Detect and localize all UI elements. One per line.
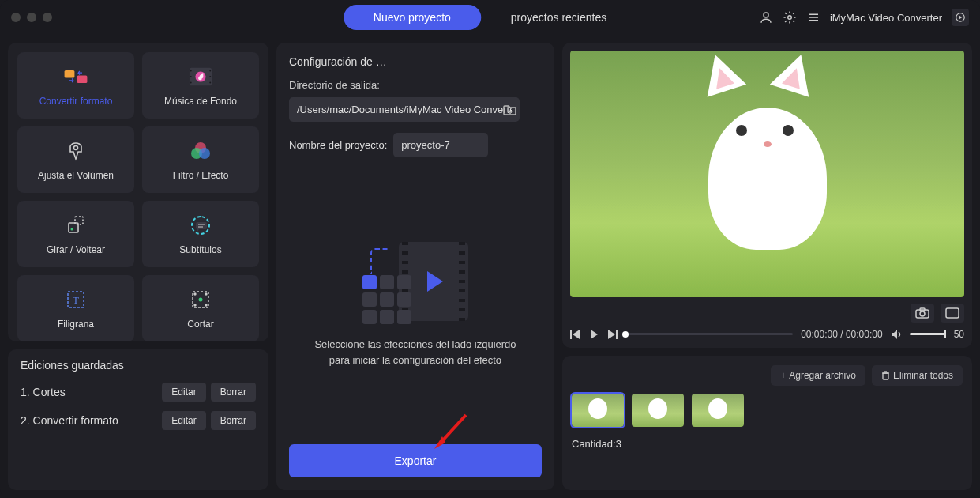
hint-text-line-2: para iniciar la configuración del efecto bbox=[314, 353, 516, 368]
tool-subtitles[interactable]: Subtítulos bbox=[142, 201, 259, 267]
rotate-flip-icon bbox=[63, 213, 88, 238]
window-controls bbox=[11, 13, 52, 22]
tool-filter-effect[interactable]: Filtro / Efecto bbox=[142, 126, 259, 193]
tool-convert-format[interactable]: Convertir formato bbox=[17, 52, 134, 119]
watermark-icon: T bbox=[63, 287, 88, 312]
tool-label: Ajusta el Volúmen bbox=[38, 170, 114, 181]
project-name-input[interactable] bbox=[393, 133, 488, 157]
titlebar-right: iMyMac Video Converter bbox=[759, 9, 969, 26]
svg-point-0 bbox=[764, 13, 768, 17]
configuration-panel: Configuración de … Directorio de salida:… bbox=[276, 43, 554, 490]
gear-icon[interactable] bbox=[783, 10, 797, 25]
svg-point-9 bbox=[190, 70, 192, 72]
svg-text:T: T bbox=[73, 294, 79, 306]
playback-time: 00:00:00 / 00:00:00 bbox=[801, 329, 882, 340]
svg-point-31 bbox=[205, 293, 207, 295]
volume-slider[interactable] bbox=[910, 333, 946, 335]
titlebar: Nuevo proyecto proyectos recientes iMyMa… bbox=[0, 0, 980, 35]
tool-grid: Convertir formato Música de Fondo Ajusta… bbox=[8, 43, 268, 341]
svg-rect-6 bbox=[65, 70, 75, 78]
video-preview[interactable] bbox=[570, 51, 964, 297]
tool-watermark[interactable]: T Filigrana bbox=[17, 275, 134, 341]
snapshot-icon[interactable] bbox=[911, 304, 934, 323]
svg-rect-39 bbox=[946, 308, 959, 318]
tool-rotate-flip[interactable]: Girar / Voltear bbox=[17, 201, 134, 267]
svg-rect-41 bbox=[616, 330, 618, 339]
clips-panel: +Agregar archivo Eliminar todos Cantidad… bbox=[562, 356, 972, 490]
svg-point-22 bbox=[71, 228, 73, 231]
svg-point-16 bbox=[74, 146, 78, 150]
next-track-icon[interactable] bbox=[606, 330, 618, 339]
effects-illustration: Seleccione las efecciones del lado izqui… bbox=[289, 168, 542, 444]
svg-point-12 bbox=[209, 70, 211, 72]
svg-point-29 bbox=[199, 298, 203, 302]
delete-button[interactable]: Borrar bbox=[211, 411, 256, 430]
tool-label: Música de Fondo bbox=[164, 96, 237, 107]
trim-icon bbox=[188, 287, 213, 312]
minimize-window-button[interactable] bbox=[27, 13, 36, 22]
remove-all-button[interactable]: Eliminar todos bbox=[872, 365, 963, 386]
tool-label: Girar / Voltear bbox=[47, 244, 105, 255]
convert-format-icon bbox=[63, 64, 88, 89]
top-tabs: Nuevo proyecto proyectos recientes bbox=[344, 5, 636, 30]
svg-point-32 bbox=[194, 304, 196, 306]
preview-panel: 00:00:00 / 00:00:00 50 bbox=[562, 43, 972, 348]
svg-point-33 bbox=[205, 304, 207, 306]
export-button[interactable]: Exportar bbox=[289, 444, 542, 477]
tool-label: Filtro / Efecto bbox=[173, 170, 229, 181]
tool-label: Subtítulos bbox=[179, 244, 221, 255]
clip-thumbnail[interactable] bbox=[572, 394, 624, 427]
svg-point-19 bbox=[199, 148, 210, 159]
svg-point-14 bbox=[209, 82, 211, 84]
thumbnails-row bbox=[572, 394, 963, 427]
tool-trim[interactable]: Cortar bbox=[142, 275, 259, 341]
play-icon[interactable] bbox=[589, 330, 599, 339]
tool-background-music[interactable]: Música de Fondo bbox=[142, 52, 259, 119]
fullscreen-icon[interactable] bbox=[941, 304, 964, 323]
maximize-window-button[interactable] bbox=[43, 13, 52, 22]
clip-thumbnail[interactable] bbox=[632, 394, 684, 427]
project-name-label: Nombre del proyecto: bbox=[289, 139, 387, 151]
close-window-button[interactable] bbox=[11, 13, 21, 22]
svg-rect-42 bbox=[883, 373, 888, 379]
svg-rect-23 bbox=[196, 222, 207, 229]
svg-point-11 bbox=[190, 82, 192, 84]
delete-button[interactable]: Borrar bbox=[211, 383, 256, 402]
svg-point-30 bbox=[194, 293, 196, 295]
svg-point-37 bbox=[920, 311, 925, 316]
seek-bar[interactable] bbox=[625, 333, 793, 335]
edit-button[interactable]: Editar bbox=[162, 383, 205, 402]
clip-thumbnail[interactable] bbox=[692, 394, 744, 427]
svg-point-10 bbox=[190, 76, 192, 77]
tool-label: Cortar bbox=[187, 319, 213, 330]
play-in-circle-icon[interactable] bbox=[952, 9, 969, 26]
app-name-label: iMyMac Video Converter bbox=[830, 12, 942, 24]
saved-edit-row: 2. Convertir formato Editar Borrar bbox=[21, 411, 256, 430]
config-title: Configuración de … bbox=[289, 55, 542, 68]
clip-count: Cantidad:3 bbox=[572, 438, 963, 450]
saved-edits-title: Ediciones guardadas bbox=[21, 359, 256, 372]
tab-new-project[interactable]: Nuevo proyecto bbox=[344, 5, 481, 30]
svg-point-13 bbox=[209, 76, 211, 77]
volume-icon bbox=[63, 138, 88, 164]
user-icon[interactable] bbox=[759, 10, 773, 25]
saved-edit-label: 1. Cortes bbox=[21, 386, 66, 398]
volume-value: 50 bbox=[954, 329, 964, 340]
prev-track-icon[interactable] bbox=[570, 330, 581, 339]
music-icon bbox=[188, 64, 213, 89]
svg-rect-7 bbox=[77, 75, 88, 83]
saved-edit-row: 1. Cortes Editar Borrar bbox=[21, 383, 256, 402]
volume-icon[interactable] bbox=[891, 330, 902, 339]
svg-rect-40 bbox=[570, 330, 572, 339]
tool-adjust-volume[interactable]: Ajusta el Volúmen bbox=[17, 126, 134, 193]
tool-label: Filigrana bbox=[58, 319, 94, 330]
tab-recent-projects[interactable]: proyectos recientes bbox=[481, 5, 636, 30]
filter-effect-icon bbox=[188, 138, 213, 164]
edit-button[interactable]: Editar bbox=[162, 411, 205, 430]
add-file-button[interactable]: +Agregar archivo bbox=[771, 365, 865, 386]
saved-edit-label: 2. Convertir formato bbox=[21, 414, 118, 427]
browse-folder-icon[interactable] bbox=[502, 102, 518, 118]
output-directory-input[interactable] bbox=[289, 97, 520, 122]
hint-text-line-1: Seleccione las efecciones del lado izqui… bbox=[314, 337, 516, 353]
menu-icon[interactable] bbox=[806, 10, 820, 25]
